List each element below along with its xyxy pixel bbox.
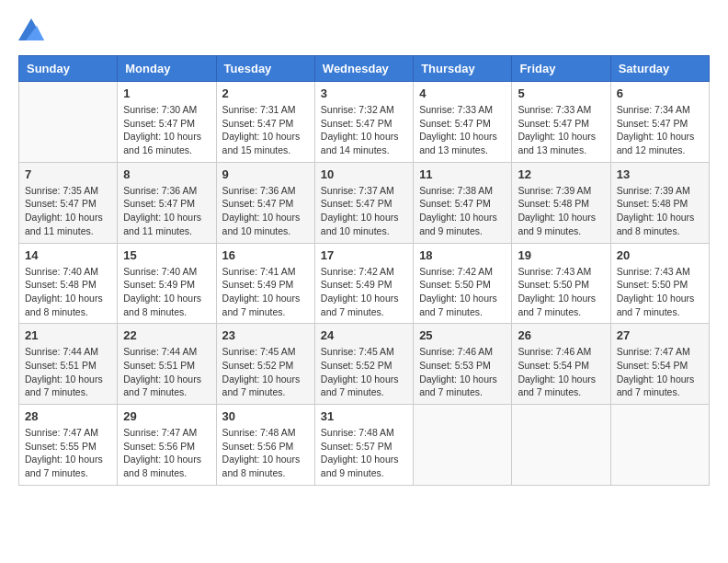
day-number: 10 [321, 167, 407, 181]
day-info: Sunrise: 7:34 AMSunset: 5:47 PMDaylight:… [617, 103, 703, 157]
calendar-day-cell: 14Sunrise: 7:40 AMSunset: 5:48 PMDayligh… [19, 243, 118, 324]
calendar-week-row: 21Sunrise: 7:44 AMSunset: 5:51 PMDayligh… [19, 324, 710, 405]
calendar-day-cell: 5Sunrise: 7:33 AMSunset: 5:47 PMDaylight… [512, 82, 610, 163]
day-info: Sunrise: 7:48 AMSunset: 5:56 PMDaylight:… [222, 426, 309, 480]
day-number: 5 [518, 86, 604, 100]
day-number: 1 [123, 86, 210, 100]
day-number: 16 [222, 248, 309, 262]
calendar-week-row: 1Sunrise: 7:30 AMSunset: 5:47 PMDaylight… [19, 82, 710, 163]
calendar-day-cell: 31Sunrise: 7:48 AMSunset: 5:57 PMDayligh… [314, 405, 413, 486]
weekday-header-friday: Friday [512, 56, 610, 82]
calendar-body: 1Sunrise: 7:30 AMSunset: 5:47 PMDaylight… [19, 82, 710, 486]
day-info: Sunrise: 7:33 AMSunset: 5:47 PMDaylight:… [518, 103, 604, 157]
calendar-day-cell: 16Sunrise: 7:41 AMSunset: 5:49 PMDayligh… [216, 243, 314, 324]
day-info: Sunrise: 7:35 AMSunset: 5:47 PMDaylight:… [25, 184, 111, 238]
day-info: Sunrise: 7:40 AMSunset: 5:49 PMDaylight:… [123, 265, 210, 319]
day-number: 7 [25, 167, 111, 181]
day-number: 8 [123, 167, 210, 181]
day-info: Sunrise: 7:43 AMSunset: 5:50 PMDaylight:… [617, 265, 703, 319]
logo-icon [18, 18, 44, 40]
day-number: 27 [617, 328, 703, 342]
day-number: 22 [123, 328, 210, 342]
day-number: 24 [321, 328, 407, 342]
calendar-day-cell: 24Sunrise: 7:45 AMSunset: 5:52 PMDayligh… [314, 324, 413, 405]
weekday-header-saturday: Saturday [610, 56, 709, 82]
calendar-day-cell: 17Sunrise: 7:42 AMSunset: 5:49 PMDayligh… [314, 243, 413, 324]
day-info: Sunrise: 7:31 AMSunset: 5:47 PMDaylight:… [222, 103, 309, 157]
day-info: Sunrise: 7:45 AMSunset: 5:52 PMDaylight:… [321, 345, 407, 399]
day-number: 4 [419, 86, 506, 100]
day-number: 19 [518, 248, 604, 262]
calendar-day-cell: 20Sunrise: 7:43 AMSunset: 5:50 PMDayligh… [610, 243, 709, 324]
day-number: 3 [321, 86, 407, 100]
day-info: Sunrise: 7:42 AMSunset: 5:49 PMDaylight:… [321, 265, 407, 319]
weekday-header-monday: Monday [118, 56, 216, 82]
day-number: 15 [123, 248, 210, 262]
day-info: Sunrise: 7:45 AMSunset: 5:52 PMDaylight:… [222, 345, 309, 399]
calendar-day-cell: 11Sunrise: 7:38 AMSunset: 5:47 PMDayligh… [414, 162, 512, 243]
day-info: Sunrise: 7:36 AMSunset: 5:47 PMDaylight:… [123, 184, 210, 238]
day-info: Sunrise: 7:39 AMSunset: 5:48 PMDaylight:… [518, 184, 604, 238]
day-info: Sunrise: 7:42 AMSunset: 5:50 PMDaylight:… [419, 265, 506, 319]
calendar-day-cell [19, 82, 118, 163]
day-number: 21 [25, 328, 111, 342]
calendar-week-row: 28Sunrise: 7:47 AMSunset: 5:55 PMDayligh… [19, 405, 710, 486]
calendar-day-cell: 7Sunrise: 7:35 AMSunset: 5:47 PMDaylight… [19, 162, 118, 243]
calendar-day-cell: 27Sunrise: 7:47 AMSunset: 5:54 PMDayligh… [610, 324, 709, 405]
calendar-day-cell [610, 405, 709, 486]
day-info: Sunrise: 7:47 AMSunset: 5:55 PMDaylight:… [25, 426, 111, 480]
day-number: 23 [222, 328, 309, 342]
calendar-week-row: 14Sunrise: 7:40 AMSunset: 5:48 PMDayligh… [19, 243, 710, 324]
weekday-header-wednesday: Wednesday [314, 56, 413, 82]
day-info: Sunrise: 7:39 AMSunset: 5:48 PMDaylight:… [617, 184, 703, 238]
day-number: 18 [419, 248, 506, 262]
weekday-header-sunday: Sunday [19, 56, 118, 82]
calendar-day-cell: 15Sunrise: 7:40 AMSunset: 5:49 PMDayligh… [118, 243, 216, 324]
day-info: Sunrise: 7:32 AMSunset: 5:47 PMDaylight:… [321, 103, 407, 157]
day-number: 26 [518, 328, 604, 342]
logo [18, 18, 48, 40]
day-info: Sunrise: 7:47 AMSunset: 5:56 PMDaylight:… [123, 426, 210, 480]
calendar-day-cell: 19Sunrise: 7:43 AMSunset: 5:50 PMDayligh… [512, 243, 610, 324]
day-info: Sunrise: 7:46 AMSunset: 5:53 PMDaylight:… [419, 345, 506, 399]
calendar-day-cell: 22Sunrise: 7:44 AMSunset: 5:51 PMDayligh… [118, 324, 216, 405]
calendar-day-cell [512, 405, 610, 486]
calendar-day-cell: 1Sunrise: 7:30 AMSunset: 5:47 PMDaylight… [118, 82, 216, 163]
calendar-day-cell [414, 405, 512, 486]
calendar-day-cell: 3Sunrise: 7:32 AMSunset: 5:47 PMDaylight… [314, 82, 413, 163]
calendar-day-cell: 12Sunrise: 7:39 AMSunset: 5:48 PMDayligh… [512, 162, 610, 243]
calendar-day-cell: 4Sunrise: 7:33 AMSunset: 5:47 PMDaylight… [414, 82, 512, 163]
day-number: 14 [25, 248, 111, 262]
day-info: Sunrise: 7:30 AMSunset: 5:47 PMDaylight:… [123, 103, 210, 157]
weekday-header-tuesday: Tuesday [216, 56, 314, 82]
day-number: 28 [25, 409, 111, 423]
calendar-day-cell: 18Sunrise: 7:42 AMSunset: 5:50 PMDayligh… [414, 243, 512, 324]
day-info: Sunrise: 7:46 AMSunset: 5:54 PMDaylight:… [518, 345, 604, 399]
calendar-day-cell: 9Sunrise: 7:36 AMSunset: 5:47 PMDaylight… [216, 162, 314, 243]
day-info: Sunrise: 7:44 AMSunset: 5:51 PMDaylight:… [25, 345, 111, 399]
day-info: Sunrise: 7:47 AMSunset: 5:54 PMDaylight:… [617, 345, 703, 399]
day-info: Sunrise: 7:33 AMSunset: 5:47 PMDaylight:… [419, 103, 506, 157]
calendar-day-cell: 10Sunrise: 7:37 AMSunset: 5:47 PMDayligh… [314, 162, 413, 243]
calendar-day-cell: 13Sunrise: 7:39 AMSunset: 5:48 PMDayligh… [610, 162, 709, 243]
day-number: 2 [222, 86, 309, 100]
day-info: Sunrise: 7:38 AMSunset: 5:47 PMDaylight:… [419, 184, 506, 238]
calendar-day-cell: 29Sunrise: 7:47 AMSunset: 5:56 PMDayligh… [118, 405, 216, 486]
day-number: 17 [321, 248, 407, 262]
day-number: 30 [222, 409, 309, 423]
day-number: 11 [419, 167, 506, 181]
day-info: Sunrise: 7:43 AMSunset: 5:50 PMDaylight:… [518, 265, 604, 319]
day-number: 29 [123, 409, 210, 423]
day-number: 6 [617, 86, 703, 100]
calendar-day-cell: 25Sunrise: 7:46 AMSunset: 5:53 PMDayligh… [414, 324, 512, 405]
calendar-day-cell: 28Sunrise: 7:47 AMSunset: 5:55 PMDayligh… [19, 405, 118, 486]
day-info: Sunrise: 7:40 AMSunset: 5:48 PMDaylight:… [25, 265, 111, 319]
day-number: 12 [518, 167, 604, 181]
day-info: Sunrise: 7:44 AMSunset: 5:51 PMDaylight:… [123, 345, 210, 399]
day-info: Sunrise: 7:48 AMSunset: 5:57 PMDaylight:… [321, 426, 407, 480]
calendar-table: SundayMondayTuesdayWednesdayThursdayFrid… [18, 55, 710, 486]
calendar-day-cell: 23Sunrise: 7:45 AMSunset: 5:52 PMDayligh… [216, 324, 314, 405]
day-number: 20 [617, 248, 703, 262]
weekday-header-row: SundayMondayTuesdayWednesdayThursdayFrid… [19, 56, 710, 82]
calendar-day-cell: 2Sunrise: 7:31 AMSunset: 5:47 PMDaylight… [216, 82, 314, 163]
